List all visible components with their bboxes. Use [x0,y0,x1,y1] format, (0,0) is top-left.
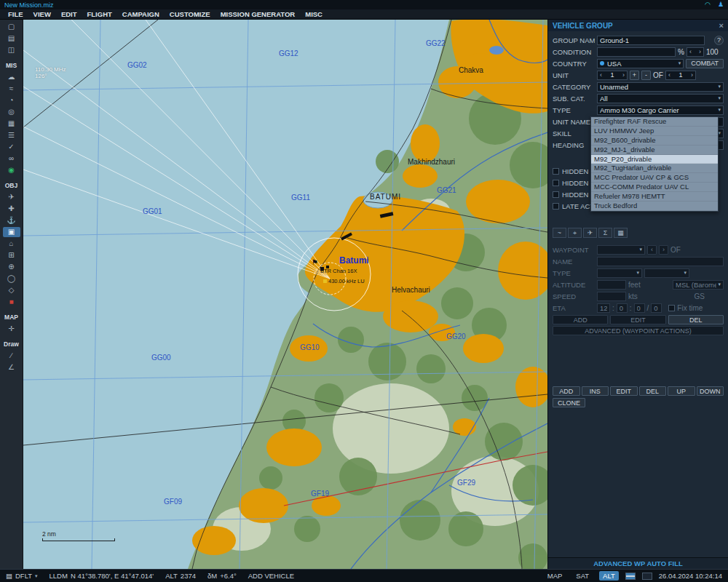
group-action-button[interactable]: DOWN [697,386,724,396]
ship-icon[interactable]: ⚓ [3,215,20,226]
pan-icon[interactable]: ✛ [3,324,20,334]
close-icon[interactable]: × [719,21,724,30]
group-action-button[interactable]: EDIT [610,386,638,396]
country-select[interactable]: USA ▾ [597,59,684,68]
link-icon[interactable]: ∞ [3,154,20,164]
category-select[interactable]: Unarmed▾ [597,82,724,92]
wp-type-select[interactable]: ▾ [597,268,642,278]
help-icon[interactable]: ? [714,36,724,45]
route-mode-icon[interactable]: ~ [553,228,566,238]
menu-item[interactable]: CAMPAIGN [117,10,165,18]
menu-item[interactable]: FLIGHT [82,10,117,18]
sum-icon[interactable]: Σ [598,228,612,238]
display-icon[interactable] [642,573,652,580]
layers-icon[interactable]: ▤ [6,572,12,580]
altitude-input[interactable] [597,280,626,290]
type-dropdown-item[interactable]: Refueler M978 HEMTT [591,192,718,202]
type-dropdown-item[interactable]: M92_TugHarlan_drivable [591,164,718,173]
menu-item[interactable]: VIEW [28,10,56,18]
remove-unit-button[interactable]: - [641,71,651,80]
menu-item[interactable]: MISSION GENERATOR [215,10,301,18]
helicopter-icon[interactable]: ✚ [3,204,20,214]
options-icon[interactable]: ☰ [3,130,20,140]
checkbox-icon[interactable] [553,168,559,175]
advanced-waypoint-actions-button[interactable]: ADVANCED (WAYPOINT ACTIONS) [553,326,724,335]
type-dropdown-item[interactable]: Truck Bedford [591,202,718,211]
prev-waypoint-button[interactable]: ‹ [647,245,657,255]
airplane-icon[interactable]: ✈ [3,192,20,202]
combat-button[interactable]: COMBAT [686,59,724,68]
add-unit-button[interactable]: + [630,71,639,80]
waypoint-select[interactable]: ▾ [597,245,645,255]
farp-icon[interactable]: ⊕ [3,262,20,272]
type-dropdown-item[interactable]: Firefighter RAF Rescue [591,117,718,127]
zone-icon[interactable]: ◯ [3,274,20,284]
info-icon[interactable]: ◉ [3,165,20,175]
group-action-button[interactable]: INS [582,386,609,396]
checkbox-icon[interactable] [553,203,559,210]
fix-time-checkbox[interactable] [668,305,675,311]
vehicle-icon[interactable]: ▣ [3,227,20,237]
eta-seconds-input[interactable] [634,303,645,313]
map-canvas[interactable]: GG02GG12GG22GG01GG11GG21GG00GG10GG20GF09… [23,20,547,569]
select-mode-icon[interactable]: ⌖ [568,228,582,238]
wp-add-button[interactable]: ADD [553,315,608,324]
time-icon[interactable]: ◔ [3,95,20,105]
trigger-icon[interactable]: ◇ [3,285,20,295]
clone-button[interactable]: CLONE [553,398,585,407]
speed-input[interactable] [597,292,626,301]
condition-stepper[interactable]: ‹› [687,47,704,57]
static-object-icon[interactable]: ⌂ [3,239,20,249]
unit-total-stepper[interactable]: ‹1› [665,71,696,80]
map-preset-select[interactable]: DFLT [15,572,32,580]
ruler-icon[interactable]: ∕ [3,351,20,361]
grid-icon[interactable]: ▦ [3,119,20,129]
save-mission-icon[interactable]: ◫ [3,45,20,55]
checkbox-icon[interactable] [553,180,559,186]
bullseye-icon[interactable]: ◎ [3,107,20,117]
menu-item[interactable]: EDIT [56,10,82,18]
menu-item[interactable]: FILE [3,10,28,18]
eta-days-input[interactable] [651,303,662,313]
subcategory-select[interactable]: All▾ [597,94,724,103]
angle-icon[interactable]: ∠ [3,362,20,372]
template-icon[interactable]: ⊞ [3,250,20,260]
menu-item[interactable]: CUSTOMIZE [165,10,215,18]
fly-over-icon[interactable]: ✈ [583,228,597,238]
open-mission-icon[interactable]: ▤ [3,33,20,44]
type-dropdown-item[interactable]: MCC-COMM Predator UAV CL [591,183,718,192]
altitude-mode-select[interactable]: MSL (Barome▾ [673,280,724,290]
group-action-button[interactable]: DEL [639,386,667,396]
wind-icon[interactable]: ≈ [3,84,20,94]
group-action-button[interactable]: ADD [553,386,580,396]
new-mission-icon[interactable]: ▢ [3,22,20,32]
type-dropdown-item[interactable]: M92_P20_drivable [591,155,718,164]
type-select[interactable]: Ammo M30 Cargo Carrier▾ [597,105,724,115]
group-name-input[interactable] [597,36,705,45]
sat-view-button[interactable]: SAT [572,571,593,581]
type-dropdown-item[interactable]: M92_MJ-1_drivable [591,146,718,155]
coord-format-label[interactable]: LLDM [50,572,68,580]
menu-item[interactable]: MISC [300,10,328,18]
wp-name-input[interactable] [597,257,724,266]
condition-input[interactable] [597,47,676,57]
advanced-wp-auto-fill-button[interactable]: ADVANCED WP AUTO FILL [548,557,728,569]
type-dropdown-item[interactable]: M92_B600_drivable [591,136,718,146]
wp-del-button[interactable]: DEL [668,315,724,324]
group-action-button[interactable]: UP [668,386,695,396]
unit-count-stepper[interactable]: ‹1› [597,71,628,80]
grid-mode-icon[interactable]: ▦ [614,228,628,238]
checkbox-icon[interactable] [553,191,559,198]
next-waypoint-button[interactable]: › [659,245,668,255]
map-view-button[interactable]: MAP [544,571,566,581]
weather-icon[interactable]: ☁ [3,72,20,82]
flag-icon[interactable]: ■ [3,297,20,307]
legend-icon[interactable] [625,573,636,580]
check-icon[interactable]: ✓ [3,142,20,152]
type-dropdown-item[interactable]: MCC Predator UAV CP & GCS [591,173,718,183]
alt-view-button[interactable]: ALT [599,571,619,581]
wp-action-select[interactable]: ▾ [644,268,689,278]
type-dropdown-item[interactable]: LUV HMMWV Jeep [591,127,718,136]
eta-minutes-input[interactable] [617,303,628,313]
eta-hours-input[interactable] [597,303,610,313]
